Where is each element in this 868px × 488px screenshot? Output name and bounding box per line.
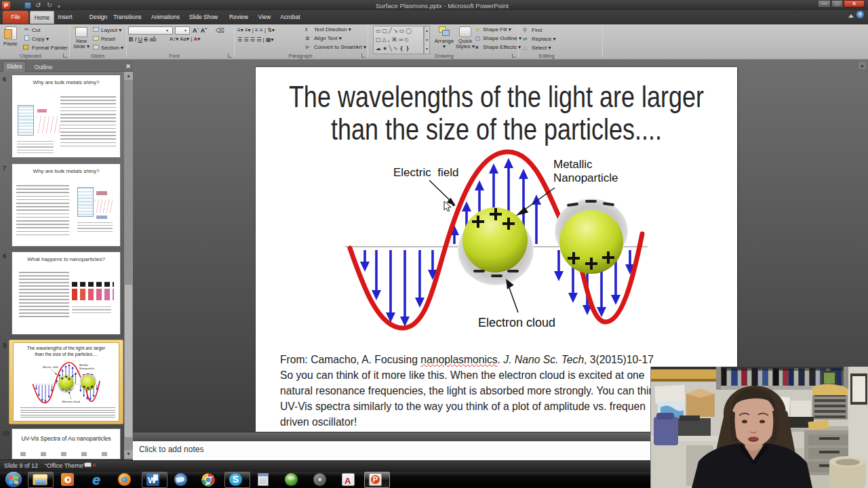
svg-text:Metallic: Metallic [553,158,593,171]
svg-text:Nanoparticle: Nanoparticle [553,171,618,184]
svg-text:Electron cloud: Electron cloud [478,316,555,329]
svg-text:Electric field: Electric field [393,166,458,179]
